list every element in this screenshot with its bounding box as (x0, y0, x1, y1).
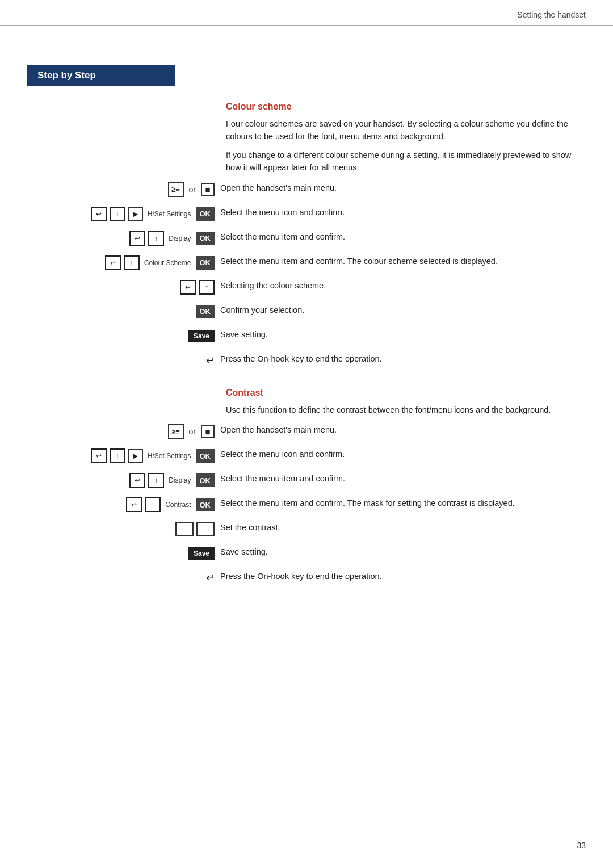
square-icon: ■ (201, 183, 215, 196)
step-row: ↩ ↑ Selecting the colour scheme. (27, 278, 586, 298)
colour-scheme-desc1: Four colour schemes are saved on your ha… (226, 118, 586, 143)
contrast-title: Contrast (226, 388, 586, 398)
save-button: Save (188, 547, 215, 560)
step-row: ↩ ↑ ▶ H/Set Settings OK Select the menu … (27, 204, 586, 225)
step-left: ↩ ↑ Contrast OK (27, 495, 220, 514)
step-left: ↵ (27, 351, 220, 370)
ok-button: OK (196, 232, 215, 245)
nav-left-icon: ↩ (91, 448, 107, 463)
nav-left-icon: ↩ (129, 473, 145, 488)
step-left: ↩ ↑ Display OK (27, 229, 220, 248)
step-left: ↵ (27, 568, 220, 588)
page-number: 33 (577, 841, 586, 850)
onhook-icon: ↵ (206, 572, 215, 584)
menu-icon: ≥≡ (168, 424, 184, 439)
colour-scheme-steps: ≥≡ or ■ Open the handset's main menu. ↩ … (27, 180, 586, 375)
step-row: ↵ Press the On-hook key to end the opera… (27, 351, 586, 371)
step-right: Select the menu icon and confirm. (220, 446, 586, 461)
step-row: — ▭ Set the contrast. (27, 519, 586, 540)
hset-label: H/Set Settings (148, 452, 191, 460)
step-right: Select the menu item and confirm. (220, 471, 586, 485)
step-left: ↩ ↑ ▶ H/Set Settings OK (27, 204, 220, 224)
step-right: Select the menu item and confirm. The co… (220, 253, 586, 268)
contrast-steps: ≥≡ or ■ Open the handset's main menu. ↩ … (27, 422, 586, 593)
step-row: ≥≡ or ■ Open the handset's main menu. (27, 180, 586, 200)
page-header: Setting the handset (0, 0, 613, 26)
nav-left-icon: ↩ (91, 207, 107, 221)
contrast-label: Contrast (165, 501, 191, 509)
nav-up-icon: ↑ (145, 497, 161, 512)
step-by-step-header: Step by Step (27, 65, 175, 86)
step-right: Open the handset's main menu. (220, 422, 586, 437)
step-right: Open the handset's main menu. (220, 180, 586, 195)
square-icon: ■ (201, 425, 215, 438)
step-right: Set the contrast. (220, 519, 586, 534)
step-left: — ▭ (27, 519, 220, 539)
step-row: ↩ ↑ Display OK Select the menu item and … (27, 471, 586, 491)
nav-left-icon: ↩ (105, 255, 121, 270)
step-left: Save (27, 326, 220, 346)
hset-label: H/Set Settings (148, 210, 191, 218)
ok-button: OK (196, 207, 215, 221)
step-left: ↩ ↑ Display OK (27, 471, 220, 490)
nav-up-icon: ↑ (199, 280, 215, 295)
nav-up-icon: ↑ (124, 255, 140, 270)
or-text: or (189, 185, 196, 194)
step-left: ↩ ↑ (27, 278, 220, 297)
step-row: ↵ Press the On-hook key to end the opera… (27, 568, 586, 589)
nav-up-icon: ↑ (148, 231, 164, 246)
nav-left-icon: ↩ (129, 231, 145, 246)
ok-button: OK (196, 473, 215, 487)
step-row: ≥≡ or ■ Open the handset's main menu. (27, 422, 586, 442)
colour-scheme-label: Colour Scheme (144, 259, 191, 267)
step-row: ↩ ↑ Display OK Select the menu item and … (27, 229, 586, 249)
arrow-icon: ▶ (128, 449, 143, 463)
display-label: Display (169, 476, 191, 484)
step-right: Selecting the colour scheme. (220, 278, 586, 292)
or-text: or (189, 427, 196, 436)
step-right: Save setting. (220, 544, 586, 559)
step-row: ↩ ↑ Colour Scheme OK Select the menu ite… (27, 253, 586, 274)
step-row: Save Save setting. (27, 544, 586, 564)
step-row: OK Confirm your selection. (27, 302, 586, 322)
colour-scheme-title: Colour scheme (226, 102, 586, 112)
arrow-icon: ▶ (128, 207, 143, 221)
ok-button: OK (196, 449, 215, 463)
nav-up-icon: ↑ (148, 473, 164, 488)
step-right: Select the menu item and confirm. The ma… (220, 495, 586, 510)
contrast-minus-btn: — (175, 522, 194, 536)
step-right: Select the menu item and confirm. (220, 229, 586, 244)
step-right: Press the On-hook key to end the operati… (220, 351, 586, 366)
onhook-icon: ↵ (206, 354, 215, 367)
contrast-desc: Use this function to define the contrast… (226, 404, 586, 416)
nav-left-icon: ↩ (126, 497, 142, 512)
colour-scheme-desc2: If you change to a different colour sche… (226, 149, 586, 174)
step-row: ↩ ↑ ▶ H/Set Settings OK Select the menu … (27, 446, 586, 467)
contrast-plus-btn: ▭ (196, 522, 215, 536)
step-right: Select the menu icon and confirm. (220, 204, 586, 219)
step-left: OK (27, 302, 220, 321)
nav-up-icon: ↑ (110, 207, 125, 221)
step-row: ↩ ↑ Contrast OK Select the menu item and… (27, 495, 586, 515)
display-label: Display (169, 234, 191, 242)
step-right: Confirm your selection. (220, 302, 586, 317)
step-row: Save Save setting. (27, 326, 586, 347)
step-left: Save (27, 544, 220, 563)
step-right: Press the On-hook key to end the operati… (220, 568, 586, 583)
nav-left-icon: ↩ (180, 280, 196, 295)
step-left: ↩ ↑ ▶ H/Set Settings OK (27, 446, 220, 466)
menu-icon: ≥≡ (168, 182, 184, 197)
step-left: ≥≡ or ■ (27, 422, 220, 441)
ok-button: OK (196, 498, 215, 511)
save-button: Save (188, 330, 215, 342)
step-right: Save setting. (220, 326, 586, 341)
step-left: ↩ ↑ Colour Scheme OK (27, 253, 220, 272)
nav-up-icon: ↑ (110, 448, 125, 463)
header-title: Setting the handset (517, 10, 586, 19)
ok-button: OK (196, 305, 215, 318)
step-left: ≥≡ or ■ (27, 180, 220, 199)
ok-button: OK (196, 256, 215, 270)
